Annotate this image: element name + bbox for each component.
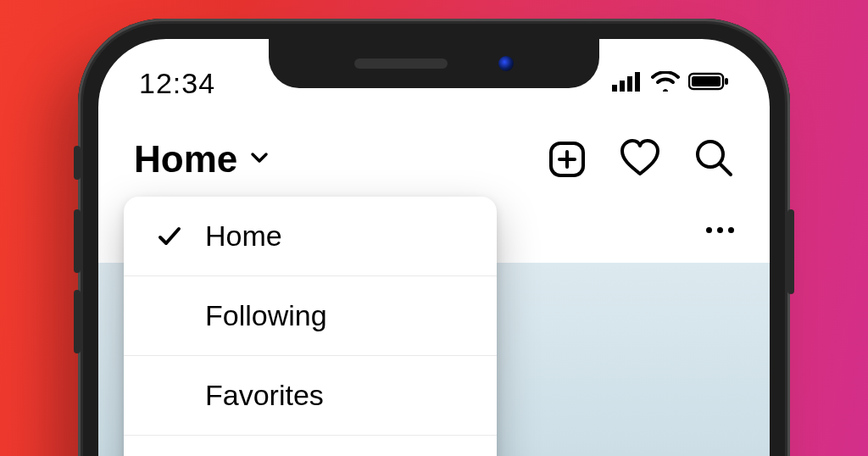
front-camera — [498, 56, 514, 71]
speaker-grille — [354, 58, 448, 69]
dropdown-item-favorites[interactable]: Favorites — [124, 356, 497, 436]
dropdown-item-manage-favorites[interactable]: Manage favorites — [124, 436, 497, 456]
phone-frame: 12:34 Home — [78, 19, 790, 456]
svg-rect-1 — [620, 81, 625, 92]
page-title: Home — [134, 138, 237, 181]
power-button — [787, 209, 794, 294]
dropdown-item-label: Favorites — [205, 379, 324, 412]
cellular-icon — [612, 71, 643, 95]
chevron-down-icon — [249, 147, 270, 171]
dropdown-item-following[interactable]: Following — [124, 276, 497, 356]
background: 12:34 Home — [0, 0, 868, 456]
mute-switch — [74, 146, 81, 180]
svg-point-10 — [698, 142, 723, 167]
search-icon — [693, 137, 734, 181]
svg-rect-6 — [725, 78, 728, 85]
app-header: Home — [98, 122, 770, 197]
notch — [269, 39, 599, 88]
feed-selector[interactable]: Home — [134, 138, 270, 181]
dropdown-item-label: Home — [205, 220, 282, 253]
svg-rect-2 — [627, 76, 632, 92]
header-actions — [548, 137, 734, 181]
dropdown-item-home[interactable]: Home — [124, 197, 497, 276]
checkmark-icon — [153, 224, 186, 249]
more-icon — [706, 227, 734, 233]
heart-icon — [619, 138, 661, 181]
dropdown-item-label: Following — [205, 299, 327, 332]
volume-up-button — [74, 209, 81, 273]
svg-line-11 — [721, 164, 731, 175]
svg-rect-5 — [692, 76, 721, 86]
activity-button[interactable] — [619, 138, 661, 181]
screen: 12:34 Home — [98, 39, 770, 456]
status-icons — [612, 58, 729, 95]
clock: 12:34 — [139, 53, 215, 100]
wifi-icon — [651, 71, 680, 95]
search-button[interactable] — [693, 137, 734, 181]
battery-icon — [688, 71, 729, 95]
svg-rect-3 — [635, 72, 640, 92]
new-post-button[interactable] — [548, 140, 587, 179]
volume-down-button — [74, 290, 81, 353]
feed-dropdown: Home Following Favorites Manage favorite… — [124, 197, 497, 456]
svg-rect-0 — [612, 85, 617, 92]
post-more-button[interactable] — [706, 227, 734, 233]
